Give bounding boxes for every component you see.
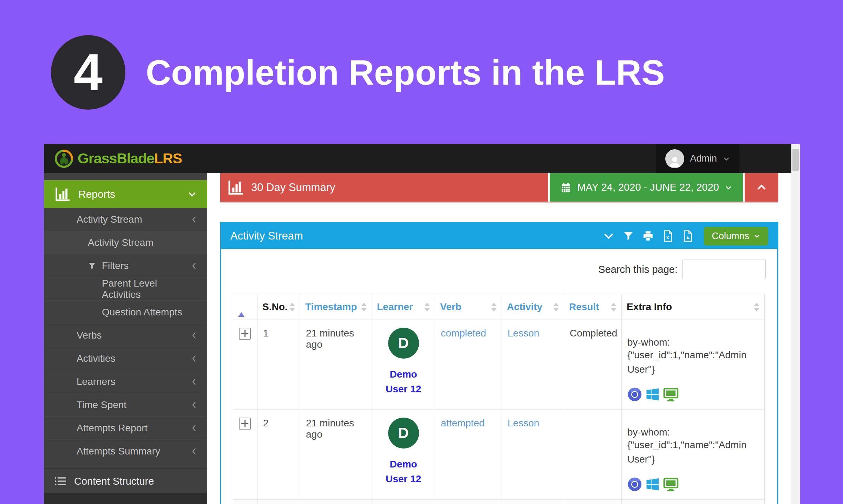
- sidebar-item-label: Content Structure: [74, 476, 154, 487]
- sidebar-item-verbs[interactable]: Verbs: [44, 324, 207, 347]
- sidebar-item-attempts-summary[interactable]: Attempts Summary: [44, 440, 207, 463]
- sidebar-item-content-structure[interactable]: Content Structure: [44, 469, 207, 494]
- header-timestamp[interactable]: Timestamp: [300, 294, 372, 320]
- header-extra-info[interactable]: Extra Info: [622, 294, 765, 320]
- sidebar-item-activity-stream-sub[interactable]: Activity Stream: [44, 231, 207, 254]
- sidebar-item-label: Attempts Report: [77, 423, 148, 434]
- collapse-panel-button[interactable]: [603, 230, 615, 242]
- chevron-left-icon: [191, 331, 197, 340]
- filter-icon: [623, 231, 634, 241]
- summary-bar: 30 Day Summary MAY 24, 2020 - JUNE 22, 2…: [220, 173, 778, 203]
- header-verb[interactable]: Verb: [435, 294, 502, 320]
- topbar: GrassBladeLRS Admin: [44, 144, 791, 173]
- printer-icon: [642, 230, 654, 242]
- verb-cell: attempted: [435, 410, 502, 500]
- sort-arrows-icon: [289, 303, 295, 312]
- sidebar-item-label: Question Attempts: [102, 307, 182, 318]
- panel-body: Search this page: S.No.: [221, 249, 777, 504]
- date-range-button[interactable]: MAY 24, 2020 - JUNE 22, 2020: [548, 173, 745, 202]
- export-excel-button[interactable]: x: [662, 230, 674, 242]
- verb-link[interactable]: completed: [441, 328, 486, 339]
- sno-cell: 2: [257, 410, 300, 500]
- sidebar-footer: [44, 494, 207, 504]
- panel-title: Activity Stream: [230, 230, 303, 242]
- scrollbar-thumb[interactable]: [792, 149, 799, 171]
- export-pdf-button[interactable]: [682, 230, 693, 242]
- sidebar-item-learners[interactable]: Learners: [44, 370, 207, 393]
- columns-button[interactable]: Columns: [704, 227, 768, 246]
- sidebar-item-activities[interactable]: Activities: [44, 347, 207, 370]
- user-label: Admin: [690, 153, 717, 164]
- extra-info-cell: by-whom: {"user_id":1,"name":"Admin User…: [622, 320, 765, 410]
- learner-link[interactable]: Demo User 12: [378, 457, 429, 486]
- page-title: Completion Reports in the LRS: [146, 52, 665, 93]
- sidebar-item-label: Attempts Summary: [77, 446, 160, 457]
- sort-arrows-icon: [491, 303, 497, 312]
- brand-name-green: GrassBlade: [78, 150, 154, 166]
- expand-row-button[interactable]: [239, 418, 251, 430]
- grassblade-logo[interactable]: GrassBladeLRS: [44, 149, 182, 169]
- activity-link[interactable]: Lesson: [508, 418, 539, 428]
- print-button[interactable]: [642, 230, 654, 242]
- panel-header: Activity Stream: [221, 223, 777, 249]
- chrome-icon: [627, 387, 642, 402]
- activity-cell: Lesson: [502, 410, 564, 500]
- window-scrollbar: [791, 144, 800, 504]
- sidebar-item-label: Verbs: [77, 330, 102, 341]
- chevron-down-icon: [188, 190, 197, 199]
- verb-cell: completed: [435, 320, 502, 410]
- monitor-icon: [663, 477, 679, 491]
- search-input[interactable]: [682, 260, 766, 279]
- svg-text:x: x: [666, 235, 669, 240]
- sort-arrows-icon: [424, 303, 430, 312]
- sidebar-item-parent-level-activities[interactable]: Parent Level Activities: [44, 277, 207, 301]
- chevron-left-icon: [191, 400, 197, 410]
- user-menu[interactable]: Admin: [656, 144, 739, 173]
- sorted-ascending-icon: [238, 301, 244, 317]
- brand-name-accent: LRS: [154, 150, 182, 166]
- search-label: Search this page:: [598, 264, 678, 275]
- sort-arrows-icon: [611, 303, 616, 312]
- sidebar: Reports Activity Stream Activity Stream …: [44, 173, 207, 504]
- sidebar-item-reports[interactable]: Reports: [44, 180, 207, 208]
- result-cell: [564, 410, 622, 500]
- chevron-down-icon: [753, 233, 760, 240]
- activity-stream-table: S.No. Timestamp Learner Verb Activity Re…: [233, 294, 765, 504]
- sidebar-item-label: Time Spent: [77, 399, 126, 411]
- calendar-icon: [560, 182, 571, 193]
- sidebar-item-filters[interactable]: Filters: [44, 254, 207, 277]
- filter-button[interactable]: [623, 231, 634, 241]
- learner-cell: D Demo User 12: [372, 320, 435, 410]
- sort-arrows-icon: [754, 303, 759, 312]
- excel-file-icon: x: [662, 230, 674, 242]
- sort-arrows-icon: [361, 303, 367, 312]
- verb-link[interactable]: attempted: [441, 418, 485, 428]
- lrs-window: GrassBladeLRS Admin: [44, 144, 800, 504]
- header-activity[interactable]: Activity: [502, 294, 564, 320]
- activity-link[interactable]: Lesson: [508, 328, 539, 339]
- sidebar-item-time-spent[interactable]: Time Spent: [44, 393, 207, 417]
- learner-avatar: D: [388, 328, 419, 359]
- header-result[interactable]: Result: [564, 294, 622, 320]
- chevron-left-icon: [191, 424, 197, 433]
- sidebar-item-label: Filters: [102, 260, 129, 271]
- collapse-button[interactable]: [745, 173, 778, 202]
- learner-link[interactable]: Demo User 12: [378, 367, 429, 397]
- table-row: 2 21 minutes ago D Demo User 12 attempte…: [233, 410, 765, 500]
- table-row-clipped: [233, 500, 765, 504]
- chevron-down-icon: [723, 155, 730, 163]
- header-sort-indicator[interactable]: [233, 294, 257, 320]
- expand-row-button[interactable]: [239, 328, 251, 340]
- header-sno[interactable]: S.No.: [257, 294, 300, 320]
- timestamp-cell: 21 minutes ago: [300, 320, 372, 410]
- step-number: 4: [74, 42, 103, 102]
- sidebar-item-question-attempts[interactable]: Question Attempts: [44, 301, 207, 324]
- sidebar-item-attempts-report[interactable]: Attempts Report: [44, 417, 207, 440]
- main-content: 30 Day Summary MAY 24, 2020 - JUNE 22, 2…: [207, 173, 791, 504]
- header-learner[interactable]: Learner: [372, 294, 435, 320]
- sidebar-item-activity-stream[interactable]: Activity Stream: [44, 208, 207, 231]
- sidebar-item-label: Activity Stream: [88, 237, 153, 248]
- extra-info-cell: by-whom: {"user_id":1,"name":"Admin User…: [622, 410, 765, 500]
- chevron-down-icon: [603, 230, 615, 242]
- chevron-left-icon: [191, 447, 197, 456]
